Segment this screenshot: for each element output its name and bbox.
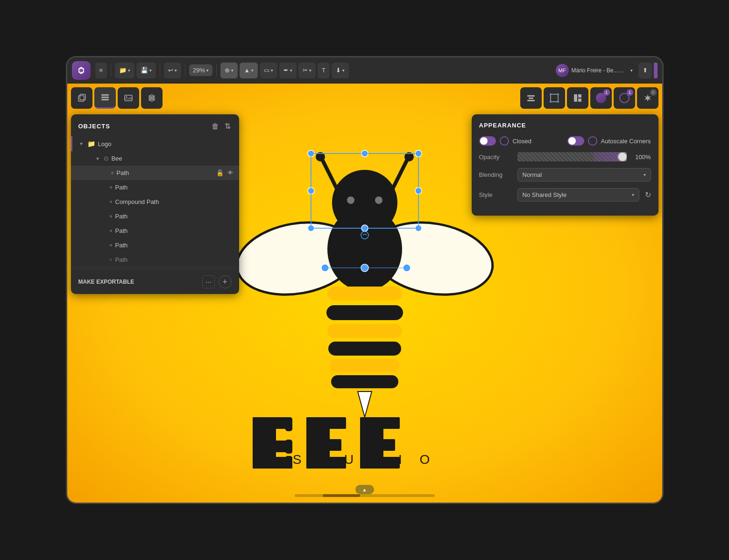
fill-button[interactable]: 1 [590,87,612,109]
pen-icon: ✒ [283,67,289,74]
compound-label: Compound Path [115,198,159,205]
border-badge: 1 [627,89,633,96]
tree-item-path5[interactable]: ⋄ Path [71,238,239,252]
symbols-icon [147,93,156,103]
tree-item-path6[interactable]: ⋄ Path [71,252,239,267]
export-icon: ⬆ [643,67,648,74]
lock-icon[interactable]: 🔓 [216,169,224,176]
opacity-label: Opacity [479,154,512,161]
svg-line-21 [393,161,407,189]
expand-icon: ▾ [78,140,85,147]
svg-rect-61 [285,417,292,431]
svg-rect-31 [327,324,402,338]
style-refresh-button[interactable]: ↻ [645,190,651,199]
effects-button[interactable]: 0 [637,87,658,109]
svg-point-37 [347,196,354,204]
svg-rect-70 [360,439,395,451]
text-button[interactable]: T [318,63,330,78]
tree-item-path1[interactable]: ⋄ Path 🔓 👁 [71,166,239,180]
tree-item-path3[interactable]: ⋄ Path [71,209,239,224]
copy-button[interactable] [71,87,92,109]
svg-point-14 [550,101,552,103]
user-chevron: ▾ [630,68,633,73]
save-button[interactable]: 💾 ▾ [136,63,156,78]
pen-button[interactable]: ✒ ▾ [279,63,297,78]
align-button[interactable] [520,87,542,109]
right-tool-group: 1 1 0 [520,87,658,109]
path3-icon: ⋄ [109,213,113,219]
eye-icon[interactable]: 👁 [227,169,234,176]
scroll-bar-thumb[interactable] [323,494,360,497]
svg-rect-4 [101,99,109,100]
svg-rect-66 [306,439,341,451]
path1-actions: 🔓 👁 [216,169,234,176]
style-select[interactable]: No Shared Style ▾ [517,188,639,202]
opacity-handle[interactable] [617,152,627,161]
images-button[interactable] [118,87,139,109]
delete-button[interactable]: 🗑 [211,121,220,132]
svg-point-15 [557,101,559,103]
border-button[interactable]: 1 [614,87,635,109]
select-button[interactable]: ▲ ▾ [240,63,258,78]
path1-label: Path [117,169,129,176]
layers-button[interactable] [94,87,116,109]
rect-chevron: ▾ [271,68,273,73]
sep3 [185,64,185,77]
svg-line-19 [323,161,337,189]
scroll-bar-track[interactable] [295,494,435,497]
compound-icon: ⋄ [109,199,113,205]
bee-expand-icon: ▾ [94,155,101,162]
symbols-button[interactable] [141,87,163,109]
scissors-button[interactable]: ✂ ▾ [298,63,316,78]
menu-button[interactable]: ≡ [95,63,107,78]
export-button[interactable]: ⬆ [638,63,652,78]
arrange-button[interactable]: ⇅ [224,121,232,132]
accent-bar [654,63,658,78]
autoscale-ring [588,136,597,146]
svg-rect-69 [360,417,400,429]
svg-point-38 [375,196,382,204]
save-icon: 💾 [141,67,148,74]
zoom-chevron: ▾ [206,68,209,73]
svg-text:S T U D I O: S T U D I O [292,452,437,467]
svg-rect-60 [253,457,290,469]
opacity-row: Opacity 100% [479,152,651,161]
fill-badge: 1 [603,89,610,96]
make-exportable-bar: MAKE EXPORTABLE ⋯ + [71,269,239,294]
closed-toggle-dot [480,137,488,145]
svg-point-13 [557,93,559,95]
folder-icon: 📁 [119,67,127,74]
path5-label: Path [115,242,128,249]
transform-button[interactable] [544,87,565,109]
magnet-button[interactable]: ⊕ ▾ [220,63,238,78]
blending-chevron: ▾ [644,172,646,177]
tree-item-logo[interactable]: ▾ 📁 Logo [71,136,239,151]
svg-rect-18 [578,98,581,102]
blending-select[interactable]: Normal ▾ [517,168,651,182]
bee-label: Bee [112,155,122,162]
scissors-chevron: ▾ [309,68,311,73]
autoscale-toggle[interactable] [567,136,584,146]
import-button[interactable]: ⬇ ▾ [332,63,349,78]
objects-panel-title: OBJECTS [78,123,110,130]
closed-toggle[interactable] [479,136,496,146]
export-option-button[interactable]: ⋯ [202,275,215,288]
tree-item-path4[interactable]: ⋄ Path [71,224,239,238]
zoom-control[interactable]: 29% ▾ [189,64,212,76]
tree-item-bee[interactable]: ▾ ⊙ Bee [71,151,239,166]
opacity-bar[interactable] [517,152,627,161]
path2-label: Path [115,184,128,191]
layers-icon [100,93,110,102]
add-export-button[interactable]: + [219,275,232,288]
layout-icon [573,93,583,103]
open-button[interactable]: 📁 ▾ [115,63,134,78]
tree-item-compound[interactable]: ⋄ Compound Path [71,195,239,209]
make-exportable-label: MAKE EXPORTABLE [78,279,134,285]
undo-button[interactable]: ↩ ▾ [164,63,181,78]
layout-button[interactable] [567,87,588,109]
collapse-handle[interactable]: ▲ [355,485,374,494]
align-icon [526,93,536,103]
tree-item-path2[interactable]: ⋄ Path [71,180,239,195]
rectangle-button[interactable]: ▭ ▾ [260,63,277,78]
svg-rect-65 [306,417,346,429]
